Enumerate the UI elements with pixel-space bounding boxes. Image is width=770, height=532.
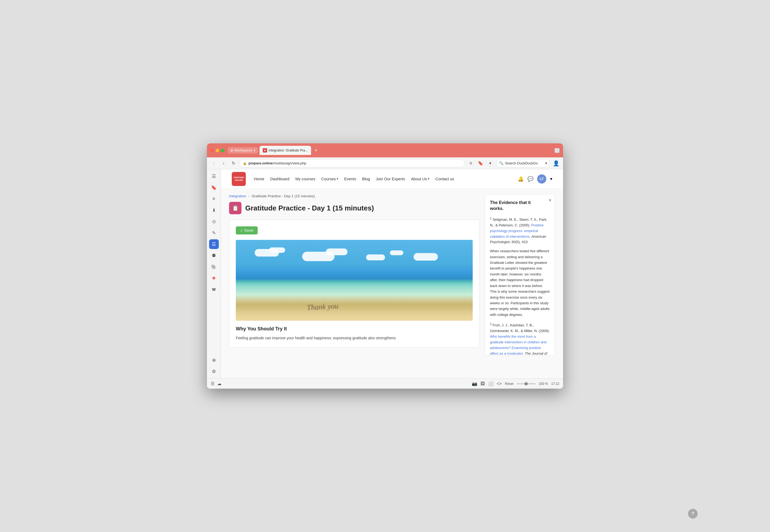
user-profile-icon[interactable]: 👤 <box>552 160 560 167</box>
search-bar[interactable]: 🔍 Search DuckDuckGo ▾ <box>496 159 550 167</box>
window-icon[interactable]: ⬜ <box>488 381 493 386</box>
panels-icon[interactable]: ☰ <box>209 239 219 249</box>
tab-bar: ⊞ Workspaces ▾ ■ Integration: Gratitude … <box>228 146 554 155</box>
notification-bell-icon[interactable]: 🔔 <box>518 176 524 182</box>
done-badge[interactable]: ✓ Done <box>236 226 258 234</box>
maximize-button[interactable] <box>221 149 225 152</box>
ref2-text: 2 Froh, J. J., Kashdan, T. B., Ozimkowsk… <box>490 322 550 356</box>
panel-title: The Evidence that it works. <box>490 200 550 212</box>
cloud-7 <box>414 253 438 261</box>
main-column: Integration › Gratitude Practice - Day 1… <box>229 194 479 356</box>
sidebar-toggle-status-icon[interactable]: ☰ <box>211 381 215 386</box>
ref2-number: 2 <box>490 322 491 326</box>
cloud-5 <box>366 254 385 260</box>
lock-icon: 🔒 <box>243 161 247 165</box>
ref1-number: 1 <box>490 217 491 220</box>
notes-icon[interactable]: ✎ <box>209 228 219 238</box>
page-title-row: 📋 Gratitude Practice - Day 1 (15 minutes… <box>229 202 479 214</box>
content-card: ✓ Done <box>229 220 479 348</box>
site-header-right: 🔔 💬 LT ▾ <box>518 174 552 184</box>
camera-icon[interactable]: 📷 <box>472 381 477 386</box>
bookmark-list-icon[interactable]: ≡ <box>467 160 474 167</box>
back-button[interactable]: ‹ <box>210 160 218 167</box>
user-dropdown-icon[interactable]: ▾ <box>550 176 552 181</box>
zoom-control <box>517 383 535 384</box>
nav-contact-us[interactable]: Contact us <box>435 177 454 181</box>
messages-icon[interactable]: 💬 <box>527 176 533 182</box>
logo-text: PREPAREONLINE <box>234 176 244 181</box>
user-initials: LT <box>540 177 544 181</box>
contacts-icon[interactable]: ⚉ <box>209 251 219 260</box>
nav-dashboard[interactable]: Dashboard <box>270 177 290 181</box>
zoom-slider[interactable] <box>517 383 535 384</box>
reading-list-icon[interactable]: ≡ <box>209 194 219 204</box>
nav-blog[interactable]: Blog <box>362 177 370 181</box>
wikipedia-icon[interactable]: W <box>209 285 219 294</box>
minimize-button[interactable] <box>216 149 219 152</box>
user-avatar[interactable]: LT <box>537 174 546 184</box>
section-text: Feeling gratitude can improve your healt… <box>236 335 473 341</box>
forward-button[interactable]: › <box>220 160 228 167</box>
cloud-6 <box>390 250 403 255</box>
new-tab-button[interactable]: + <box>313 147 320 154</box>
bookmark-dropdown[interactable]: ▾ <box>486 160 494 167</box>
workspaces-tab[interactable]: ⊞ Workspaces ▾ <box>228 147 258 154</box>
nav-events[interactable]: Events <box>344 177 356 181</box>
search-dropdown-icon: ▾ <box>545 161 547 165</box>
breadcrumb-separator: › <box>249 194 250 198</box>
gallery-icon[interactable]: 🖼 <box>480 381 485 386</box>
beach-scene: Thank you <box>236 240 473 321</box>
sidebar-toggle-icon[interactable]: ☰ <box>209 171 219 181</box>
browser-sidebar: ☰ 🔖 ≡ ⬇ ⊙ ✎ ☰ ⚉ 🐘 ❖ W ⊕ ⚙ <box>207 169 221 378</box>
nav-courses[interactable]: Courses <box>321 177 338 181</box>
add-panel-icon[interactable]: ⊕ <box>209 355 219 365</box>
tab-favicon: ■ <box>263 148 267 153</box>
status-bar: ☰ ☁ 📷 🖼 ⬜ <> Reset 100 % 17:12 <box>207 378 563 389</box>
reload-button[interactable]: ↻ <box>230 160 237 167</box>
bookmark-icon[interactable]: 🔖 <box>477 160 484 167</box>
title-bar: ⊞ Workspaces ▾ ■ Integration: Gratitude … <box>207 143 563 157</box>
nav-my-courses[interactable]: My courses <box>296 177 315 181</box>
right-panel-close-button[interactable]: × <box>548 198 551 203</box>
panel-body1: When researchers tested five different e… <box>490 248 550 317</box>
section-heading: Why You Should Try It <box>236 326 473 332</box>
search-icon: 🔍 <box>499 161 503 165</box>
layers-icon: ⊞ <box>231 148 233 152</box>
cloud-2 <box>269 247 285 253</box>
browser-window: ⊞ Workspaces ▾ ■ Integration: Gratitude … <box>207 143 563 389</box>
devtools-icon[interactable]: <> <box>497 381 502 386</box>
breadcrumb-integration-link[interactable]: Integration <box>229 194 246 198</box>
main-area: ☰ 🔖 ≡ ⬇ ⊙ ✎ ☰ ⚉ 🐘 ❖ W ⊕ ⚙ PREPAREONLINE … <box>207 169 563 378</box>
nav-join-experts[interactable]: Join Our Experts <box>376 177 405 181</box>
breadcrumb: Integration › Gratitude Practice - Day 1… <box>229 194 479 198</box>
zoom-thumb <box>524 382 528 385</box>
page-body: Integration › Gratitude Practice - Day 1… <box>221 189 563 361</box>
page-title: Gratitude Practice - Day 1 (15 minutes) <box>245 204 374 212</box>
cloud-sync-icon[interactable]: ☁ <box>217 381 222 386</box>
cloud-4 <box>326 248 348 255</box>
vivaldi-icon[interactable]: ❖ <box>209 273 219 283</box>
nav-about-us[interactable]: About Us <box>411 177 429 181</box>
tab-title: Integration: Gratitude Pra... <box>269 148 308 152</box>
assignment-icon: 📋 <box>229 202 242 214</box>
status-bar-left: ☰ ☁ <box>211 381 222 386</box>
mastodon-icon[interactable]: 🐘 <box>209 262 219 272</box>
downloads-icon[interactable]: ⬇ <box>209 205 219 215</box>
bookmarks-icon[interactable]: 🔖 <box>209 183 219 192</box>
active-tab[interactable]: ■ Integration: Gratitude Pra... <box>260 146 311 155</box>
site-logo[interactable]: PREPAREONLINE <box>232 172 246 186</box>
address-bar[interactable]: 🔒 prepare.online/mod/assign/view.php <box>239 159 465 167</box>
history-icon[interactable]: ⊙ <box>209 217 219 226</box>
right-panel: × The Evidence that it works. 1 Seligman… <box>485 194 555 356</box>
zoom-level: 100 % <box>539 382 548 386</box>
site-nav: Home Dashboard My courses Courses Events… <box>254 177 510 181</box>
reset-label[interactable]: Reset <box>505 382 513 386</box>
settings-icon[interactable]: ⚙ <box>209 367 219 376</box>
close-button[interactable] <box>210 149 214 152</box>
status-bar-right: 📷 🖼 ⬜ <> Reset 100 % 17:12 <box>472 381 559 386</box>
search-placeholder: Search DuckDuckGo <box>505 161 538 165</box>
beach-text: Thank you <box>307 302 339 312</box>
page-content: PREPAREONLINE Home Dashboard My courses … <box>221 169 563 378</box>
nav-home[interactable]: Home <box>254 177 265 181</box>
toolbar: ‹ › ↻ 🔒 prepare.online/mod/assign/view.p… <box>207 157 563 169</box>
